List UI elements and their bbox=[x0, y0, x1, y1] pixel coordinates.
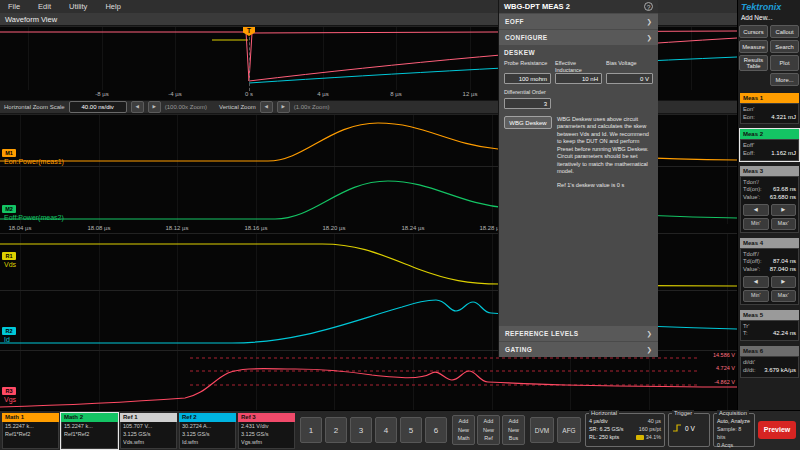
add-new-bus-l3: Bus bbox=[503, 434, 524, 443]
accordion-reference-levels[interactable]: REFERENCE LEVELS ❯ bbox=[499, 326, 658, 341]
channel-1-button[interactable]: 1 bbox=[300, 417, 322, 443]
ref3-badge[interactable]: Ref 3 2.431 V/div 3.125 GS/s Vgs.wfm bbox=[238, 413, 295, 449]
plot-button[interactable]: Plot bbox=[770, 55, 799, 71]
math1-badge[interactable]: Math 1 15.2247 k... Ref1*Ref2 bbox=[2, 413, 59, 449]
ref3-handle[interactable]: R3 bbox=[2, 387, 16, 395]
meas3-label: Td(on): bbox=[743, 186, 762, 194]
add-new-math-l2: New bbox=[453, 426, 474, 435]
accordion-configure[interactable]: CONFIGURE ❯ bbox=[499, 30, 658, 45]
id-trace-label: Id bbox=[4, 336, 10, 343]
horizontal-scale: 4 µs/div bbox=[589, 417, 608, 425]
zoom-step-left-button[interactable]: ◀ bbox=[131, 101, 144, 113]
meas3-max-button[interactable]: Max' bbox=[771, 218, 797, 230]
measure-button[interactable]: Measure bbox=[739, 40, 768, 53]
deskew-info-text: WBG Deskew uses above circuit parameters… bbox=[557, 116, 653, 176]
meas4-min-button[interactable]: Min' bbox=[743, 290, 769, 302]
channel-6-button[interactable]: 6 bbox=[425, 417, 447, 443]
vzoom-step-right-button[interactable]: ▶ bbox=[277, 101, 290, 113]
add-new-ref-button[interactable]: Add New Ref bbox=[477, 415, 500, 445]
dvm-button[interactable]: DVM bbox=[530, 417, 554, 443]
meas5-badge[interactable]: Meas 5 Tr' T: 42.24 ns bbox=[740, 310, 799, 341]
eoff-trace-label: Eoff:Power(meas2) bbox=[4, 214, 64, 221]
bias-voltage-input[interactable]: 0 V bbox=[606, 73, 653, 84]
meas6-badge[interactable]: Meas 6 di/dt' di/dt: 3.679 kA/µs bbox=[740, 346, 799, 377]
meas4-current-label: Value': bbox=[743, 266, 760, 274]
meas3-badge[interactable]: Meas 3 Tdon'/ Td(on): 63.68 ns Value': 6… bbox=[740, 166, 799, 233]
menu-edit[interactable]: Edit bbox=[38, 2, 51, 11]
ref2-badge[interactable]: Ref 2 30.2724 A... 3.125 GS/s Id.wfm bbox=[179, 413, 236, 449]
accordion-gating[interactable]: GATING ❯ bbox=[499, 342, 658, 357]
vzoom-step-left-button[interactable]: ◀ bbox=[260, 101, 273, 113]
axis-label: -8 µs bbox=[82, 91, 122, 97]
meas4-next-button[interactable]: ▶ bbox=[771, 276, 797, 288]
meas3-value: 63.68 ns bbox=[773, 186, 796, 194]
help-icon[interactable]: ? bbox=[644, 2, 653, 11]
channel-4-button[interactable]: 4 bbox=[375, 417, 397, 443]
eon-trace-label: Eon:Power(meas1) bbox=[4, 158, 64, 165]
channel-5-button[interactable]: 5 bbox=[400, 417, 422, 443]
preview-button[interactable]: Preview bbox=[758, 421, 796, 439]
deskew-fields: Probe Resistance 100 mohm Effective Indu… bbox=[504, 60, 653, 84]
add-new-math-l1: Add bbox=[453, 417, 474, 426]
add-new-math-button[interactable]: Add New Math bbox=[452, 415, 475, 445]
menu-utility[interactable]: Utility bbox=[69, 2, 87, 11]
callout-button[interactable]: Callout bbox=[770, 25, 799, 38]
ref1-rate: 3.125 GS/s bbox=[123, 431, 174, 439]
ref3-name: Ref 3 bbox=[238, 413, 295, 422]
meas2-value: 1.162 mJ bbox=[771, 150, 796, 158]
results-table-button[interactable]: Results Table bbox=[739, 55, 768, 71]
wbg-deskew-button[interactable]: WBG Deskew bbox=[504, 116, 552, 129]
bias-voltage-field: Bias Voltage 0 V bbox=[606, 60, 653, 84]
zoom-step-right-button[interactable]: ▶ bbox=[148, 101, 161, 113]
more-button[interactable]: More... bbox=[770, 73, 799, 86]
chevron-right-icon: ❯ bbox=[647, 330, 652, 338]
horizontal-zoom-scale-input[interactable]: 40.00 ns/div bbox=[69, 101, 127, 113]
trigger-panel-title: Trigger bbox=[672, 410, 694, 416]
meas2-badge[interactable]: Meas 2 Eoff' Eoff: 1.162 mJ bbox=[740, 129, 799, 160]
meas1-title: Eon' bbox=[743, 106, 796, 114]
add-new-bus-button[interactable]: Add New Bus bbox=[502, 415, 525, 445]
ref2-handle[interactable]: R2 bbox=[2, 327, 16, 335]
differential-order-field: Differential Order 3 bbox=[504, 89, 551, 109]
meas5-value: 42.24 ns bbox=[773, 330, 796, 338]
differential-order-label: Differential Order bbox=[504, 89, 551, 96]
ref1-handle[interactable]: R1 bbox=[2, 252, 16, 260]
cursors-button[interactable]: Cursors bbox=[739, 25, 768, 38]
accordion-eoff[interactable]: EOFF ❯ bbox=[499, 14, 658, 29]
menu-help[interactable]: Help bbox=[105, 2, 120, 11]
math2-handle[interactable]: M2 bbox=[2, 205, 16, 213]
acquisition-panel[interactable]: Acquisition Auto, Analyze Sample: 8 bits… bbox=[713, 413, 755, 447]
meas3-min-button[interactable]: Min' bbox=[743, 218, 769, 230]
meas1-badge[interactable]: Meas 1 Eon' Eon: 4.321 mJ bbox=[740, 93, 799, 124]
meas4-max-button[interactable]: Max' bbox=[771, 290, 797, 302]
probe-resistance-input[interactable]: 100 mohm bbox=[504, 73, 551, 84]
accordion-reference-levels-label: REFERENCE LEVELS bbox=[505, 330, 579, 337]
meas3-prev-button[interactable]: ◀ bbox=[743, 204, 769, 216]
meas4-badge[interactable]: Meas 4 Tdoff'/ Td(off): 87.04 ns Value':… bbox=[740, 238, 799, 305]
math2-scale: 15.2247 k... bbox=[64, 423, 115, 431]
trigger-panel[interactable]: Trigger 0 V bbox=[668, 413, 710, 447]
right-sidebar: Tektronix Add New... Cursors Callout Mea… bbox=[737, 0, 800, 410]
math2-badge[interactable]: Math 2 15.2247 k... Ref1*Ref2 bbox=[61, 413, 118, 449]
panel-title-bar[interactable]: WBG-DPT MEAS 2 ? bbox=[499, 0, 658, 13]
horizontal-panel[interactable]: Horizontal 4 µs/div 40 µs SR: 6.25 GS/s … bbox=[585, 413, 665, 447]
channel-2-button[interactable]: 2 bbox=[325, 417, 347, 443]
differential-order-input[interactable]: 3 bbox=[504, 98, 551, 109]
trigger-level-value: 0 V bbox=[685, 425, 695, 432]
meas3-header: Meas 3 bbox=[740, 166, 799, 176]
deskew-section: DESKEW Probe Resistance 100 mohm Effecti… bbox=[499, 46, 658, 325]
afg-button[interactable]: AFG bbox=[557, 417, 581, 443]
meas3-next-button[interactable]: ▶ bbox=[771, 204, 797, 216]
add-new-menu[interactable]: Add New... bbox=[738, 12, 800, 23]
ref1-badge[interactable]: Ref 1 105.707 V... 3.125 GS/s Vds.wfm bbox=[120, 413, 177, 449]
meas4-prev-button[interactable]: ◀ bbox=[743, 276, 769, 288]
tektronix-logo: Tektronix bbox=[738, 0, 800, 12]
trigger-position-line bbox=[249, 27, 250, 91]
effective-inductance-input[interactable]: 10 nH bbox=[555, 73, 602, 84]
vgs-row: R3 Vgs 14.586 V 4.724 V -4.862 V bbox=[0, 350, 737, 410]
search-button[interactable]: Search bbox=[770, 40, 799, 53]
math1-handle[interactable]: M1 bbox=[2, 149, 16, 157]
horizontal-zoom-scale-label: Horizontal Zoom Scale bbox=[4, 104, 65, 110]
menu-file[interactable]: File bbox=[8, 2, 20, 11]
channel-3-button[interactable]: 3 bbox=[350, 417, 372, 443]
